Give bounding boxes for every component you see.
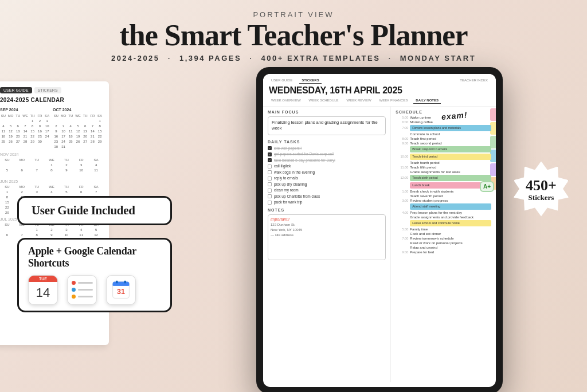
paper-tab-stickers: STICKERS [34,87,61,93]
reminder-row-1 [72,281,93,285]
sched-1100: 11:00 Teach fifth period [396,166,491,169]
sched-bar-staff: Attend staff meeting [410,203,491,210]
paper-tabs: USER GUIDE STICKERS [0,87,103,93]
task-10: pack for work trip [268,200,386,205]
google-calendar-icon: 31 [106,275,136,305]
shortcuts-badge: Apple + Google Calendar Shortcuts TUE 14 [17,238,172,312]
reminder-row-2 [72,288,93,292]
sched-400: 4:00 Prep lesson plans for the next day [396,211,491,214]
main-focus-text: Finalizing lesson plans and grading assi… [268,116,386,135]
week-finances-tab[interactable]: WEEK FINANCES [377,97,410,104]
task-check-2[interactable] [268,152,272,156]
sched-fourth: Teach fourth period [396,161,491,164]
task-7: pick up dry cleaning [268,182,386,187]
sched-leave: Leave school and commute home [396,220,491,226]
sched-seventh: Teach seventh period [396,194,491,198]
reminders-inner [69,279,95,301]
sched-900pm: 9:00 Prepare for bed [396,250,491,254]
task-2: get papers sorted for Davis corp call [268,152,386,156]
planner-header: USER GUIDE STICKERS TEACHER INDEX WEDNES… [263,74,496,107]
important-label: important!! [271,217,383,221]
planner-left-col: MAIN FOCUS Finalizing lesson plans and g… [263,107,391,382]
sched-bar-third: Teach third period [410,154,491,160]
task-9: pick up Charlotte from class [268,194,386,199]
sched-1000: 10:00 Teach third period [396,154,491,160]
sched-bar-sixth: Teach sixth period [410,175,491,181]
planner-tab-stickers[interactable]: STICKERS [299,77,321,84]
start-label: MONDAY START [400,54,476,62]
planner-tab-user-guide[interactable]: USER GUIDE [269,77,295,84]
sched-1200: 12:00 Teach sixth period [396,175,491,181]
week-review-tab[interactable]: WEEK REVIEW [345,97,374,104]
stickers-count: 450+ [526,178,557,193]
dot2: · [249,54,253,62]
templates-label: 400+ EXTRA TEMPLATES [261,54,381,62]
task-check-4[interactable] [268,164,272,168]
pages-label: 1,394 PAGES [179,54,241,62]
task-1: site visit papers!! [268,146,386,151]
planner-week-tabs: WEEK OVERVIEW WEEK SCHEDULE WEEK REVIEW … [269,97,490,104]
reminder-line-1 [78,282,93,284]
daily-notes-tab[interactable]: DAILY NOTES [413,97,441,104]
exam-stamp: exam! [441,110,468,121]
task-check-10[interactable] [268,201,272,205]
task-check-1[interactable] [268,146,272,150]
shortcuts-title: Apple + Google Calendar Shortcuts [28,245,161,269]
task-check-7[interactable] [268,182,272,186]
user-guide-text: User Guide Included [32,203,158,218]
notes-box: important!! 123 Dunham St.New York, NY 1… [268,214,386,260]
reminder-dot-orange [72,295,76,299]
reminder-dot-red [72,281,76,285]
sched-bar-leave: Leave school and commute home [410,220,491,226]
sched-staff: Attend staff meeting [396,203,491,210]
sched-bar-review: Review lesson plans and materials [410,125,491,131]
content-area: USER GUIDE STICKERS 2024-2025 CALENDAR S… [11,70,576,392]
sched-300: 3:00 Review student progress [396,199,491,202]
stickers-label: Stickers [529,193,554,202]
week-overview-tab[interactable]: WEEK OVERVIEW [269,97,303,104]
aplus-badge: A+ [480,181,494,192]
sched-100: 1:00 Break check in with students [396,190,491,193]
paper-tab-user-guide: USER GUIDE [0,87,32,93]
paper-sep-cal: SEP 2024 OCT 2024 SUMOTUWETHFRSA 123 456… [0,108,103,149]
sched-500pm: 5:00 Family time [396,228,491,231]
planner-date: WEDNESDAY, 16TH APRIL 2025 [269,85,490,96]
svg-rect-7 [124,280,126,283]
schedule-list: 5:00 Wake up time 6:00 Morning coffee 7:… [396,116,491,254]
apple-cal-header: TUE [29,276,57,282]
sched-dinner: Cook and eat dinner [396,232,491,236]
reminder-line-2 [78,289,93,291]
notes-label: NOTES [268,208,386,212]
task-check-8[interactable] [268,189,272,193]
subtitle-line: 2024-2025 · 1,394 PAGES · 400+ EXTRA TEM… [111,54,476,62]
task-check-5[interactable] [268,170,272,174]
apple-cal-day: 14 [29,282,57,304]
task-check-9[interactable] [268,194,272,198]
sched-relax: Relax and unwind [396,246,491,249]
planner-right-col: SCHEDULE exam! 5:00 Wake up time 6 [391,107,496,382]
week-schedule-tab[interactable]: WEEK SCHEDULE [307,97,341,104]
sched-personal: Read or work on personal projects [396,241,491,245]
task-4: call illgilek [268,164,386,168]
task-6: reply to emails [268,176,386,181]
main-focus-label: MAIN FOCUS [268,110,386,114]
planner-body: MAIN FOCUS Finalizing lesson plans and g… [263,107,496,382]
sched-900: 9:00 Teach second period [396,142,491,145]
dot1: · [168,54,171,62]
reminder-line-3 [78,296,93,297]
reminder-row-3 [72,295,93,299]
daily-tasks-label: DAILY TASKS [268,140,386,144]
task-5: walk dogs in the evening [268,170,386,175]
sched-bar-emails: Break: respond to emails [410,146,491,152]
apple-cal-day-num: 14 [36,287,50,299]
reminder-dot-blue [72,288,76,292]
task-8: clean my room [268,188,386,193]
task-check-3[interactable] [268,158,272,162]
task-check-6[interactable] [268,177,272,181]
tablet-screen: USER GUIDE STICKERS TEACHER INDEX WEDNES… [263,74,496,387]
reminders-icon [67,275,97,305]
sched-800: 8:00 Teach first period [396,137,491,140]
sched-lunch: Lunch break A+ [396,182,491,189]
paper-cal-title: 2024-2025 CALENDAR [0,97,103,103]
planner-tab-teacher-index[interactable]: TEACHER INDEX [457,77,490,84]
